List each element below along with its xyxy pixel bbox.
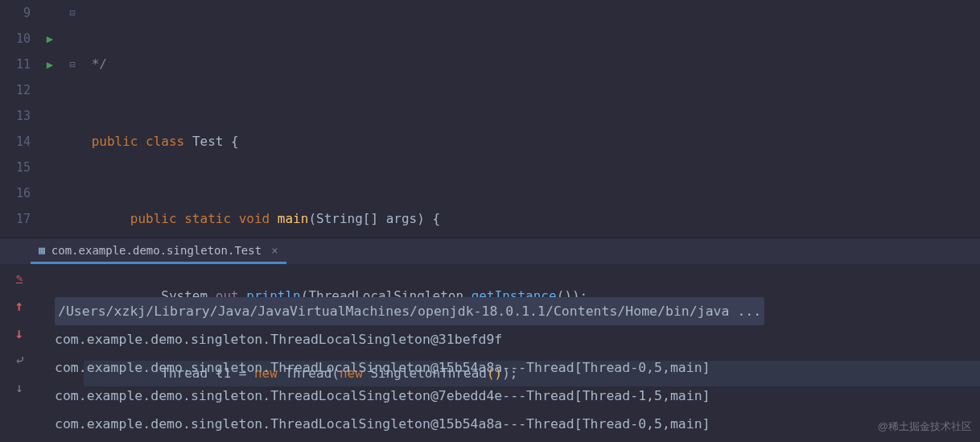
code-area[interactable]: */ public class Test { public static voi… [84, 0, 980, 238]
console-output[interactable]: /Users/xzkj/Library/Java/JavaVirtualMach… [39, 264, 980, 442]
console-line: com.example.demo.singleton.ThreadLocalSi… [55, 388, 710, 403]
soft-wrap-button[interactable]: ⤶ [10, 351, 28, 369]
command-line: /Users/xzkj/Library/Java/JavaVirtualMach… [55, 297, 764, 325]
console-line: com.example.demo.singleton.ThreadLocalSi… [55, 360, 710, 375]
code-editor[interactable]: 91011 121314 151617 ▶ ▶ ⊟ ⊟ */ public cl… [0, 0, 980, 238]
run-line-icon[interactable]: ▶ [39, 52, 61, 77]
fold-toggle-icon[interactable]: ⊟ [61, 0, 84, 26]
console-tab-label: com.example.demo.singleton.Test [51, 244, 261, 257]
run-tool-window: ▦ com.example.demo.singleton.Test × ✎ ↑ … [0, 238, 980, 442]
scroll-end-button[interactable]: ↓ [10, 378, 28, 396]
down-stacktrace-button[interactable]: ↓ [10, 324, 28, 341]
close-icon[interactable]: × [271, 244, 278, 257]
up-stacktrace-button[interactable]: ↑ [10, 296, 28, 314]
watermark: @稀土掘金技术社区 [878, 419, 972, 434]
console-line: com.example.demo.singleton.ThreadLocalSi… [55, 416, 710, 432]
run-gutter: ▶ ▶ [39, 0, 61, 238]
run-config-icon: ▦ [39, 244, 45, 256]
console-tab[interactable]: ▦ com.example.demo.singleton.Test × [31, 238, 286, 264]
console-line: com.example.demo.singleton.ThreadLocalSi… [55, 332, 502, 347]
console-toolbar: ✎ ↑ ↓ ⤶ ↓ [0, 264, 39, 442]
edit-button[interactable]: ✎ [10, 269, 28, 287]
run-line-icon[interactable]: ▶ [39, 26, 61, 52]
line-number-gutter: 91011 121314 151617 [0, 0, 39, 238]
fold-gutter: ⊟ ⊟ [61, 0, 84, 238]
fold-toggle-icon[interactable]: ⊟ [61, 52, 84, 77]
